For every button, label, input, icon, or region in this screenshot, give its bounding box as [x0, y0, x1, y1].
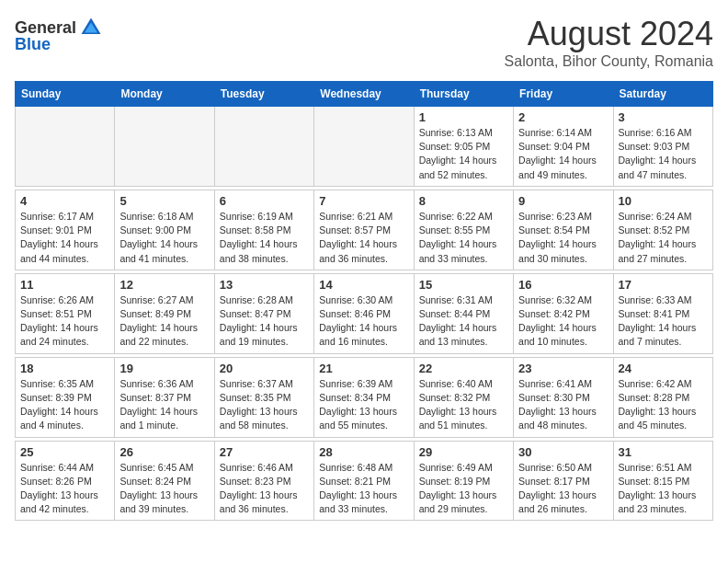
day-info: Sunrise: 6:35 AMSunset: 8:39 PMDaylight:… — [20, 377, 109, 433]
day-info: Sunrise: 6:50 AMSunset: 8:17 PMDaylight:… — [518, 461, 608, 517]
calendar-week-2: 4Sunrise: 6:17 AMSunset: 9:01 PMDaylight… — [16, 190, 713, 270]
day-number: 20 — [220, 362, 309, 375]
day-number: 2 — [518, 110, 608, 124]
calendar-cell — [314, 107, 414, 187]
calendar-cell: 4Sunrise: 6:17 AMSunset: 9:01 PMDaylight… — [16, 190, 115, 270]
day-info: Sunrise: 6:39 AMSunset: 8:34 PMDaylight:… — [319, 377, 408, 433]
header-day-tuesday: Tuesday — [214, 82, 313, 107]
calendar-cell: 5Sunrise: 6:18 AMSunset: 9:00 PMDaylight… — [115, 190, 214, 270]
header-day-monday: Monday — [115, 82, 214, 107]
calendar-cell: 6Sunrise: 6:19 AMSunset: 8:58 PMDaylight… — [214, 190, 313, 270]
subtitle: Salonta, Bihor County, Romania — [505, 53, 713, 70]
day-info: Sunrise: 6:32 AMSunset: 8:42 PMDaylight:… — [518, 293, 608, 350]
month-title: August 2024 — [505, 15, 713, 53]
calendar-cell: 2Sunrise: 6:14 AMSunset: 9:04 PMDaylight… — [514, 107, 613, 187]
header-day-thursday: Thursday — [414, 82, 513, 107]
day-info: Sunrise: 6:22 AMSunset: 8:55 PMDaylight:… — [419, 210, 508, 266]
day-info: Sunrise: 6:13 AMSunset: 9:05 PMDaylight:… — [419, 126, 508, 182]
day-number: 1 — [419, 110, 508, 124]
day-number: 28 — [319, 445, 408, 459]
day-number: 29 — [419, 445, 508, 459]
day-info: Sunrise: 6:51 AMSunset: 8:15 PMDaylight:… — [619, 461, 708, 517]
calendar-cell: 3Sunrise: 6:16 AMSunset: 9:03 PMDaylight… — [613, 107, 712, 187]
calendar-cell: 7Sunrise: 6:21 AMSunset: 8:57 PMDaylight… — [314, 190, 414, 270]
calendar-cell: 19Sunrise: 6:36 AMSunset: 8:37 PMDayligh… — [115, 357, 214, 437]
day-number: 5 — [119, 194, 209, 208]
day-info: Sunrise: 6:40 AMSunset: 8:32 PMDaylight:… — [419, 377, 508, 433]
logo-blue: Blue — [15, 35, 51, 54]
day-info: Sunrise: 6:31 AMSunset: 8:44 PMDaylight:… — [419, 293, 508, 350]
header-day-sunday: Sunday — [16, 82, 115, 107]
calendar-cell — [16, 107, 115, 187]
calendar-cell: 25Sunrise: 6:44 AMSunset: 8:26 PMDayligh… — [16, 441, 115, 521]
calendar-cell: 26Sunrise: 6:45 AMSunset: 8:24 PMDayligh… — [115, 441, 214, 521]
day-number: 7 — [319, 194, 408, 208]
calendar-cell — [115, 107, 214, 187]
calendar-cell: 12Sunrise: 6:27 AMSunset: 8:49 PMDayligh… — [115, 273, 214, 353]
day-info: Sunrise: 6:28 AMSunset: 8:47 PMDaylight:… — [220, 293, 309, 350]
day-number: 15 — [419, 278, 508, 292]
day-number: 12 — [119, 278, 209, 292]
day-info: Sunrise: 6:37 AMSunset: 8:35 PMDaylight:… — [220, 377, 309, 433]
calendar-cell: 18Sunrise: 6:35 AMSunset: 8:39 PMDayligh… — [16, 357, 115, 437]
calendar-cell: 1Sunrise: 6:13 AMSunset: 9:05 PMDaylight… — [414, 107, 513, 187]
header-day-wednesday: Wednesday — [314, 82, 414, 107]
calendar-cell: 30Sunrise: 6:50 AMSunset: 8:17 PMDayligh… — [514, 441, 613, 521]
calendar-cell: 9Sunrise: 6:23 AMSunset: 8:54 PMDaylight… — [514, 190, 613, 270]
day-number: 21 — [319, 362, 408, 375]
calendar-cell: 28Sunrise: 6:48 AMSunset: 8:21 PMDayligh… — [314, 441, 414, 521]
day-info: Sunrise: 6:33 AMSunset: 8:41 PMDaylight:… — [619, 293, 708, 350]
day-info: Sunrise: 6:27 AMSunset: 8:49 PMDaylight:… — [119, 293, 209, 350]
day-info: Sunrise: 6:42 AMSunset: 8:28 PMDaylight:… — [619, 377, 708, 433]
day-number: 16 — [518, 278, 608, 292]
day-number: 14 — [319, 278, 408, 292]
calendar-week-4: 18Sunrise: 6:35 AMSunset: 8:39 PMDayligh… — [16, 357, 713, 437]
day-info: Sunrise: 6:14 AMSunset: 9:04 PMDaylight:… — [518, 126, 608, 182]
logo: General Blue — [15, 15, 104, 54]
calendar-week-5: 25Sunrise: 6:44 AMSunset: 8:26 PMDayligh… — [16, 441, 713, 521]
day-info: Sunrise: 6:17 AMSunset: 9:01 PMDaylight:… — [20, 210, 109, 266]
calendar-cell — [214, 107, 313, 187]
day-info: Sunrise: 6:26 AMSunset: 8:51 PMDaylight:… — [20, 293, 109, 350]
day-number: 22 — [419, 362, 508, 375]
calendar-cell: 21Sunrise: 6:39 AMSunset: 8:34 PMDayligh… — [314, 357, 414, 437]
title-area: August 2024 Salonta, Bihor County, Roman… — [505, 15, 713, 70]
day-number: 3 — [619, 110, 708, 124]
day-number: 4 — [20, 194, 109, 208]
calendar-cell: 17Sunrise: 6:33 AMSunset: 8:41 PMDayligh… — [613, 273, 712, 353]
calendar-cell: 20Sunrise: 6:37 AMSunset: 8:35 PMDayligh… — [214, 357, 313, 437]
calendar-cell: 27Sunrise: 6:46 AMSunset: 8:23 PMDayligh… — [214, 441, 313, 521]
day-number: 6 — [220, 194, 309, 208]
calendar-week-1: 1Sunrise: 6:13 AMSunset: 9:05 PMDaylight… — [16, 107, 713, 187]
day-number: 9 — [518, 194, 608, 208]
day-info: Sunrise: 6:18 AMSunset: 9:00 PMDaylight:… — [119, 210, 209, 266]
day-number: 24 — [619, 362, 708, 375]
calendar-cell: 16Sunrise: 6:32 AMSunset: 8:42 PMDayligh… — [514, 273, 613, 353]
day-number: 31 — [619, 445, 708, 459]
calendar-cell: 22Sunrise: 6:40 AMSunset: 8:32 PMDayligh… — [414, 357, 513, 437]
day-number: 23 — [518, 362, 608, 375]
calendar-cell: 31Sunrise: 6:51 AMSunset: 8:15 PMDayligh… — [613, 441, 712, 521]
day-number: 19 — [119, 362, 209, 375]
calendar: SundayMondayTuesdayWednesdayThursdayFrid… — [15, 81, 713, 521]
calendar-cell: 11Sunrise: 6:26 AMSunset: 8:51 PMDayligh… — [16, 273, 115, 353]
header-day-saturday: Saturday — [613, 82, 712, 107]
calendar-cell: 8Sunrise: 6:22 AMSunset: 8:55 PMDaylight… — [414, 190, 513, 270]
calendar-cell: 29Sunrise: 6:49 AMSunset: 8:19 PMDayligh… — [414, 441, 513, 521]
day-info: Sunrise: 6:41 AMSunset: 8:30 PMDaylight:… — [518, 377, 608, 433]
day-info: Sunrise: 6:24 AMSunset: 8:52 PMDaylight:… — [619, 210, 708, 266]
day-number: 10 — [619, 194, 708, 208]
day-number: 11 — [20, 278, 109, 292]
calendar-header-row: SundayMondayTuesdayWednesdayThursdayFrid… — [16, 82, 713, 107]
day-info: Sunrise: 6:49 AMSunset: 8:19 PMDaylight:… — [419, 461, 508, 517]
day-info: Sunrise: 6:48 AMSunset: 8:21 PMDaylight:… — [319, 461, 408, 517]
calendar-cell: 23Sunrise: 6:41 AMSunset: 8:30 PMDayligh… — [514, 357, 613, 437]
calendar-cell: 24Sunrise: 6:42 AMSunset: 8:28 PMDayligh… — [613, 357, 712, 437]
day-info: Sunrise: 6:45 AMSunset: 8:24 PMDaylight:… — [119, 461, 209, 517]
day-number: 30 — [518, 445, 608, 459]
calendar-cell: 10Sunrise: 6:24 AMSunset: 8:52 PMDayligh… — [613, 190, 712, 270]
day-number: 25 — [20, 445, 109, 459]
day-info: Sunrise: 6:46 AMSunset: 8:23 PMDaylight:… — [220, 461, 309, 517]
day-info: Sunrise: 6:21 AMSunset: 8:57 PMDaylight:… — [319, 210, 408, 266]
day-number: 17 — [619, 278, 708, 292]
